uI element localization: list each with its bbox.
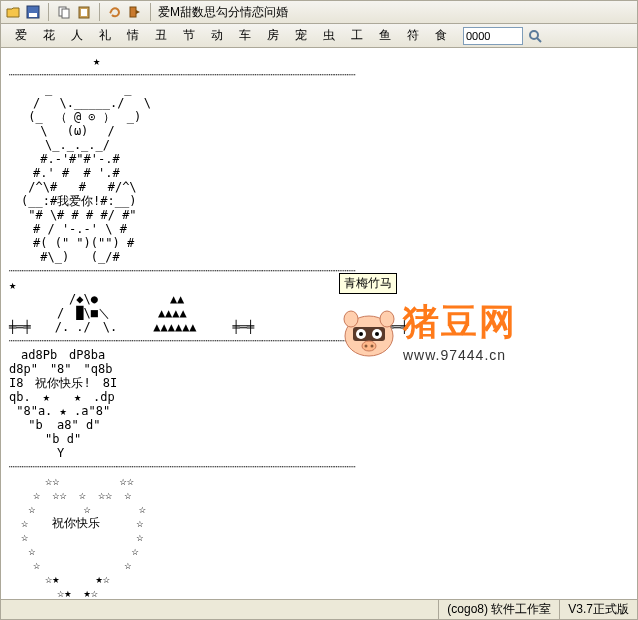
refresh-icon[interactable] — [107, 4, 123, 20]
category-menu-item[interactable]: 丑 — [147, 26, 175, 44]
save-icon[interactable] — [25, 4, 41, 20]
svg-rect-3 — [62, 9, 69, 18]
status-version: V3.7正式版 — [559, 600, 637, 619]
category-menu-item[interactable]: 鱼 — [371, 26, 399, 44]
category-menu-item[interactable]: 情 — [119, 26, 147, 44]
separator — [99, 3, 100, 21]
svg-rect-6 — [130, 7, 136, 17]
top-menu-item[interactable]: 思 — [204, 5, 216, 19]
top-menu-item[interactable]: 恋 — [252, 5, 264, 19]
category-menu-item[interactable]: 工 — [343, 26, 371, 44]
category-menu-item[interactable]: 节 — [175, 26, 203, 44]
svg-rect-5 — [81, 9, 87, 16]
separator — [48, 3, 49, 21]
paste-icon[interactable] — [76, 4, 92, 20]
search-icon[interactable] — [527, 28, 543, 44]
category-menu-item[interactable]: 房 — [259, 26, 287, 44]
content-area: ★ ┈┈┈┈┈┈┈┈┈┈┈┈┈┈┈┈┈┈┈┈┈┈┈┈┈┈┈┈┈┈┈┈┈┈┈┈┈┈… — [0, 48, 638, 600]
top-menu-item[interactable]: 数 — [192, 5, 204, 19]
top-menu-item[interactable]: 婚 — [276, 5, 288, 19]
ascii-art-viewer[interactable]: ★ ┈┈┈┈┈┈┈┈┈┈┈┈┈┈┈┈┈┈┈┈┈┈┈┈┈┈┈┈┈┈┈┈┈┈┈┈┈┈… — [1, 48, 637, 599]
top-menu-item[interactable]: 爱 — [158, 5, 170, 19]
category-menu-item[interactable]: 礼 — [91, 26, 119, 44]
svg-point-7 — [530, 31, 538, 39]
search-input[interactable] — [463, 27, 523, 45]
status-studio: (cogo8) 软件工作室 — [438, 600, 559, 619]
category-menu-item[interactable]: 虫 — [315, 26, 343, 44]
category-menu-item[interactable]: 车 — [231, 26, 259, 44]
top-menu-item[interactable]: 甜 — [180, 5, 192, 19]
exit-icon[interactable] — [127, 4, 143, 20]
tooltip: 青梅竹马 — [339, 273, 397, 294]
top-menu-item[interactable]: M — [170, 5, 180, 19]
category-menu-item[interactable]: 花 — [35, 26, 63, 44]
icon-toolbar: 爱M甜数思勾分情恋问婚 — [0, 0, 638, 24]
copy-icon[interactable] — [56, 4, 72, 20]
top-menu-item[interactable]: 勾 — [216, 5, 228, 19]
svg-line-8 — [537, 38, 541, 42]
category-menu-item[interactable]: 爱 — [7, 26, 35, 44]
top-menu-item[interactable]: 分 — [228, 5, 240, 19]
category-menu-item[interactable]: 动 — [203, 26, 231, 44]
top-menu-item[interactable]: 问 — [264, 5, 276, 19]
category-menu-item[interactable]: 宠 — [287, 26, 315, 44]
status-bar: (cogo8) 软件工作室 V3.7正式版 — [0, 600, 638, 620]
category-menubar: 爱花人礼情丑节动车房宠虫工鱼符食 — [0, 24, 638, 48]
category-menu-item[interactable]: 人 — [63, 26, 91, 44]
svg-rect-1 — [29, 13, 37, 17]
separator — [150, 3, 151, 21]
open-icon[interactable] — [5, 4, 21, 20]
category-menu-item[interactable]: 食 — [427, 26, 455, 44]
top-menu-item[interactable]: 情 — [240, 5, 252, 19]
category-menu-item[interactable]: 符 — [399, 26, 427, 44]
